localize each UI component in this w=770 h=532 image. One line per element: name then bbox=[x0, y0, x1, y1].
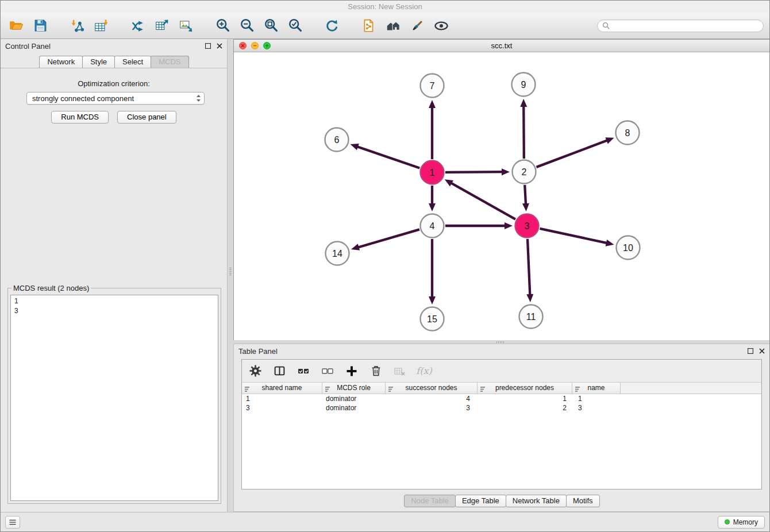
open-folder-icon bbox=[9, 18, 24, 33]
mcds-result-list[interactable]: 13 bbox=[10, 295, 218, 501]
network-canvas[interactable]: 7968124314101511 bbox=[234, 52, 769, 340]
graph-edge-3-10[interactable] bbox=[540, 229, 607, 244]
tab-mcds[interactable]: MCDS bbox=[151, 56, 188, 68]
zoom-selected-button[interactable] bbox=[286, 16, 305, 36]
run-mcds-button[interactable]: Run MCDS bbox=[51, 111, 109, 124]
graph-edge-3-1[interactable] bbox=[450, 183, 515, 219]
export-image-icon bbox=[179, 18, 194, 33]
table-row[interactable]: 1dominator411 bbox=[242, 394, 761, 403]
table-cell: 4 bbox=[386, 394, 478, 403]
table-body[interactable]: 1dominator4113dominator323 bbox=[242, 394, 761, 489]
dropdown-stepper-icon bbox=[195, 94, 202, 103]
zoom-selected-icon bbox=[288, 18, 303, 33]
float-panel-icon[interactable] bbox=[747, 348, 753, 354]
graph-node-label: 10 bbox=[623, 243, 633, 253]
refresh-view-button[interactable] bbox=[322, 16, 342, 36]
minimize-window-icon[interactable] bbox=[251, 42, 259, 49]
column-header-shared-name[interactable]: shared name bbox=[242, 383, 322, 394]
table-row[interactable]: 3dominator323 bbox=[242, 403, 761, 413]
graph-edge-2-3[interactable] bbox=[525, 185, 526, 205]
delete-table-icon bbox=[394, 365, 406, 377]
document-share-icon bbox=[361, 18, 376, 33]
export-table-button[interactable] bbox=[152, 16, 172, 36]
tab-style[interactable]: Style bbox=[82, 56, 115, 68]
list-icon bbox=[8, 518, 17, 527]
column-header-label: name bbox=[587, 384, 605, 392]
sort-icon bbox=[325, 385, 330, 396]
graph-edge-4-14[interactable] bbox=[357, 229, 419, 248]
graph-edge-1-2[interactable] bbox=[445, 172, 503, 172]
delete-table-button[interactable] bbox=[392, 364, 407, 379]
close-window-icon[interactable] bbox=[239, 42, 247, 49]
graph-edge-2-8[interactable] bbox=[537, 140, 609, 167]
close-panel-button[interactable]: Close panel bbox=[117, 111, 176, 124]
network-window-title: scc.txt bbox=[491, 41, 513, 50]
maximize-window-icon[interactable] bbox=[263, 42, 271, 49]
zoom-in-button[interactable] bbox=[213, 16, 233, 36]
graph-edge-arrowhead bbox=[522, 203, 529, 211]
column-header-successor-nodes[interactable]: successor nodes bbox=[386, 383, 478, 394]
table-settings-button[interactable] bbox=[248, 364, 263, 379]
task-history-button[interactable] bbox=[5, 516, 20, 529]
add-row-button[interactable] bbox=[344, 364, 359, 379]
network-graph: 7968124314101511 bbox=[234, 52, 769, 340]
network-window-titlebar[interactable]: scc.txt bbox=[234, 40, 769, 52]
graph-edge-3-11[interactable] bbox=[528, 239, 530, 296]
tab-motifs[interactable]: Motifs bbox=[566, 495, 600, 507]
import-table-button[interactable] bbox=[91, 16, 111, 36]
sort-icon bbox=[575, 385, 580, 396]
plus-icon bbox=[345, 365, 358, 377]
open-session-button[interactable] bbox=[6, 16, 26, 36]
style-brush-button[interactable] bbox=[407, 16, 427, 36]
criterion-value: strongly connected component bbox=[32, 94, 195, 103]
horizontal-splitter[interactable] bbox=[494, 341, 506, 343]
delete-row-button[interactable] bbox=[368, 364, 383, 379]
vertical-splitter[interactable] bbox=[229, 265, 232, 277]
column-header-MCDS-role[interactable]: MCDS role bbox=[322, 383, 386, 394]
network-arrows-icon bbox=[130, 18, 146, 33]
optimization-criterion-label: Optimization criterion: bbox=[1, 79, 227, 88]
search-icon bbox=[602, 22, 610, 29]
style-brush-icon bbox=[410, 18, 425, 33]
search-box[interactable] bbox=[597, 20, 764, 32]
tab-edge-table[interactable]: Edge Table bbox=[455, 495, 506, 507]
float-panel-icon[interactable] bbox=[205, 43, 211, 49]
column-header-predecessor-nodes[interactable]: predecessor nodes bbox=[478, 383, 572, 394]
criterion-dropdown[interactable]: strongly connected component bbox=[26, 92, 205, 105]
refresh-icon bbox=[324, 18, 340, 34]
zoom-out-button[interactable] bbox=[237, 16, 257, 36]
tab-network-table[interactable]: Network Table bbox=[506, 495, 567, 507]
search-input[interactable] bbox=[610, 22, 759, 30]
import-network-button[interactable] bbox=[67, 16, 87, 36]
tab-network[interactable]: Network bbox=[39, 56, 83, 68]
graph-node-label: 4 bbox=[430, 221, 435, 231]
column-header-name[interactable]: name bbox=[572, 383, 621, 394]
save-disk-icon bbox=[33, 18, 48, 33]
tab-node-table[interactable]: Node Table bbox=[404, 495, 456, 507]
graph-edge-2-9[interactable] bbox=[523, 105, 524, 159]
graph-edge-arrowhead bbox=[351, 144, 359, 150]
home-networks-icon bbox=[386, 18, 401, 33]
graph-edge-1-6[interactable] bbox=[356, 147, 419, 168]
zoom-fit-button[interactable] bbox=[261, 16, 281, 36]
network-arrows-button[interactable] bbox=[128, 16, 148, 36]
select-all-checks-button[interactable] bbox=[296, 364, 311, 379]
split-columns-button[interactable] bbox=[272, 364, 287, 379]
table-toolbar: f(x) bbox=[242, 360, 761, 383]
column-header-label: predecessor nodes bbox=[495, 384, 554, 392]
show-graphics-button[interactable] bbox=[432, 16, 451, 36]
unchecked-boxes-icon bbox=[321, 365, 334, 377]
graph-node-label: 6 bbox=[334, 135, 340, 145]
tab-select[interactable]: Select bbox=[114, 56, 151, 68]
close-panel-icon[interactable] bbox=[216, 43, 222, 49]
document-share-button[interactable] bbox=[359, 16, 379, 36]
memory-button[interactable]: Memory bbox=[718, 516, 765, 529]
close-panel-icon[interactable] bbox=[759, 348, 765, 354]
trash-icon bbox=[370, 365, 382, 377]
home-networks-button[interactable] bbox=[383, 16, 403, 36]
save-session-button[interactable] bbox=[30, 16, 50, 36]
graph-edge-arrowhead bbox=[526, 294, 533, 302]
export-image-button[interactable] bbox=[176, 16, 196, 36]
function-builder-button[interactable]: f(x) bbox=[417, 364, 432, 379]
clear-checks-button[interactable] bbox=[320, 364, 335, 379]
